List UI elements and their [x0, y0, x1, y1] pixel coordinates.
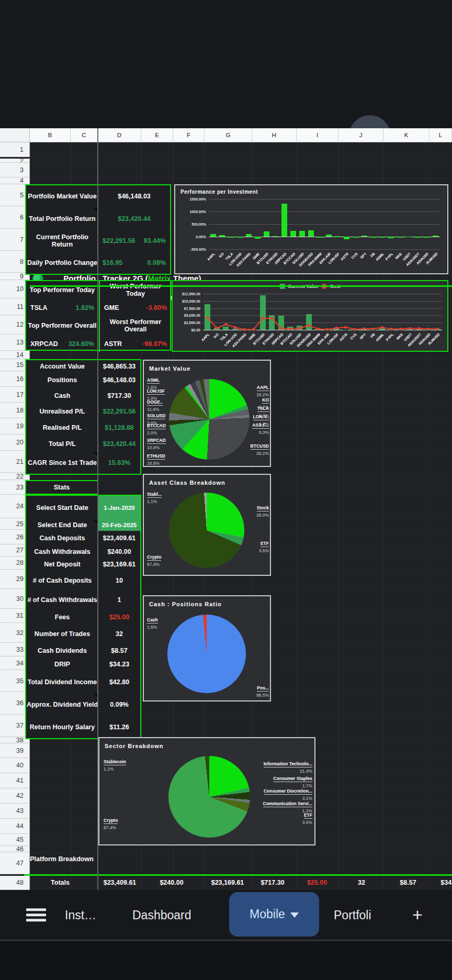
row-header-1[interactable]: 1: [0, 142, 30, 157]
y-gridline: [203, 294, 442, 294]
x-tick-label: ASML: [375, 252, 385, 262]
column-header-H[interactable]: H: [252, 128, 297, 142]
bar-FB: [370, 330, 376, 331]
summary-row-label: Daily Portfolio Change: [26, 252, 98, 274]
account-row-value: $46,148.03: [98, 372, 140, 388]
bar-NKE: [397, 237, 403, 238]
bar-ASTR: [343, 330, 348, 331]
column-header-L[interactable]: L: [430, 128, 452, 142]
row-header-14[interactable]: 14: [0, 351, 30, 359]
column-header-J[interactable]: J: [338, 128, 383, 142]
stats-row-value: $25.00: [98, 610, 140, 624]
pie-label-Stablecoin: Stablecoin1.1%: [104, 756, 126, 772]
column-header-G[interactable]: G: [205, 128, 252, 142]
account-row-value: 15.63%: [98, 452, 140, 474]
account-row-label: CAGR Since 1st Trade: [26, 452, 98, 474]
x-tick-label: CVS: [351, 252, 358, 260]
row-header-39[interactable]: 39: [0, 743, 30, 758]
stats-row-value: $23,409.61: [98, 531, 140, 545]
summary-row-label: Current Portfolio Return: [26, 230, 98, 252]
bar-ASML: [379, 328, 385, 330]
account-row-value: $717.30: [98, 388, 140, 404]
pie-label-ETF: ETF3.5%: [302, 809, 312, 825]
bar-NKE: [398, 329, 403, 330]
tab-dashboard[interactable]: Dashboard: [132, 908, 191, 922]
column-header-E[interactable]: E: [141, 128, 173, 142]
column-header-K[interactable]: K: [383, 128, 430, 142]
gridline: [30, 177, 452, 178]
account-row-label: Positions: [26, 372, 98, 388]
stats-row-label: Select Start Date: [26, 496, 98, 519]
row-header-45[interactable]: 45: [0, 834, 30, 846]
sheets-menu-icon[interactable]: [26, 906, 46, 925]
grid-corner-cell[interactable]: [0, 128, 30, 142]
column-header-D[interactable]: D: [98, 128, 141, 142]
bar-ASX:FANG: [246, 234, 252, 237]
row-header-41[interactable]: 41: [0, 773, 30, 788]
bar-ADAUSD: [425, 329, 431, 330]
bar-BTCUSD: [260, 295, 266, 330]
bar-PYPL: [389, 329, 394, 330]
bar-TSLA: [223, 327, 229, 330]
y-gridline: [209, 249, 440, 250]
row-header-3[interactable]: 3: [0, 163, 30, 177]
performer-header: Top Performer Today: [26, 281, 98, 299]
row-header-43[interactable]: 43: [0, 804, 30, 819]
y-tick-label: $0.00: [173, 328, 200, 332]
tab-instructions[interactable]: Inst…: [65, 908, 96, 922]
summary-row-value: $16.950.08%: [98, 252, 170, 274]
bar-ADAUSDT: [415, 237, 421, 238]
market-value-chart-pie: [169, 379, 250, 460]
column-header-I[interactable]: I: [297, 128, 338, 142]
x-tick-label: NKE: [396, 332, 403, 340]
stats-row-value: 0.09%: [98, 693, 140, 716]
row-header-40[interactable]: 40: [0, 758, 30, 773]
y-tick-label: $5,000.00: [173, 314, 200, 317]
summary-row-label: Total Portfolio Return: [26, 207, 98, 230]
summary-row-value: $22,291.5693.44%: [98, 230, 170, 252]
sector-breakdown-chart-title: Sector Breakdown: [105, 743, 164, 749]
stats-row-label: Cash Deposits: [26, 531, 98, 545]
performer-value: GME-3.60%: [100, 299, 171, 316]
performance-chart-title: Performance per Investment: [180, 189, 258, 195]
stats-row-value: 10: [98, 571, 140, 590]
bar-SOLUSD: [299, 231, 305, 237]
column-header-F[interactable]: F: [173, 128, 205, 142]
account-row-label: Unrealised P/L: [26, 404, 98, 419]
row-header-48[interactable]: 48: [0, 876, 30, 890]
market-value-chart: Market ValueASML1.6%LON:ISF1.0%DOGE..11.…: [143, 360, 271, 467]
pie-label-BTCCAD: BTCCAD2.0%: [147, 420, 166, 436]
y-tick-label: -500.00%: [175, 248, 206, 251]
row-header-42[interactable]: 42: [0, 788, 30, 804]
column-header-B[interactable]: B: [30, 128, 71, 142]
stats-row-value[interactable]: 1-Jan-2020: [98, 496, 140, 519]
stats-row-value: 1: [98, 590, 140, 610]
stats-row-value: $23,169.61: [98, 558, 140, 571]
tab-portfolio[interactable]: Portfoli: [334, 908, 371, 922]
bar-DOGEUSD: [306, 314, 312, 330]
y-gridline: [209, 211, 440, 212]
row-header-2[interactable]: 2: [0, 159, 30, 163]
row-header-46[interactable]: 46: [0, 846, 30, 852]
bar-CVS: [353, 237, 358, 238]
phone-screen: Portfolio Tracker 2G (Matrix Theme) Curr…: [0, 0, 452, 980]
sector-breakdown-chart-pie: [168, 756, 250, 838]
bar-CVS: [352, 329, 358, 330]
frozen-pane-divider[interactable]: [97, 128, 98, 890]
x-tick-label: PYPL: [385, 332, 394, 342]
performer-value: ASTR-98.07%: [100, 336, 171, 352]
x-tick-label: AAPL: [206, 252, 216, 261]
row-header-4[interactable]: 4: [0, 177, 30, 184]
row-header-44[interactable]: 44: [0, 819, 30, 834]
add-sheet-icon[interactable]: +: [412, 904, 423, 925]
stats-row-value[interactable]: 20-Feb-2025: [98, 519, 140, 531]
y-gridline: [203, 301, 442, 302]
tab-mobile-active[interactable]: Mobile: [229, 892, 319, 937]
y-gridline: [209, 199, 440, 199]
x-tick-label: CVS: [349, 332, 357, 340]
y-tick-label: 1500.00%: [175, 197, 206, 201]
column-header-C[interactable]: C: [71, 128, 98, 142]
gridline: [30, 157, 452, 158]
bar-SPY: [361, 236, 367, 237]
bar-LON:ISF: [333, 328, 339, 330]
